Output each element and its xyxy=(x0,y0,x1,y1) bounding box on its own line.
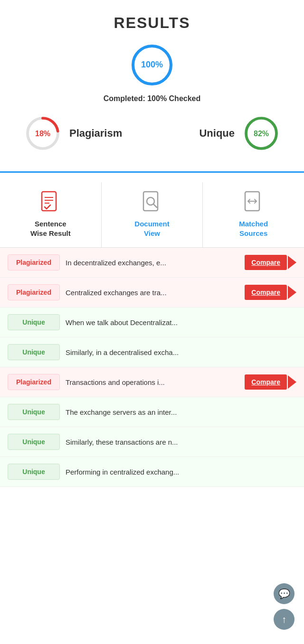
plagiarism-stat: 18% Plagiarism xyxy=(24,114,122,152)
tab-matched-sources[interactable]: MatchedSources xyxy=(203,182,304,247)
plagiarism-percent: 18% xyxy=(35,130,50,138)
tab-row: SentenceWise Result DocumentView Matched… xyxy=(0,182,304,248)
plagiarized-badge: Plagiarized xyxy=(8,254,60,271)
tab-document-view-label: DocumentView xyxy=(134,219,169,238)
unique-percent: 82% xyxy=(254,130,269,138)
compare-button[interactable]: Compare xyxy=(245,374,287,390)
chat-icon: 💬 xyxy=(278,588,290,599)
unique-circle: 82% xyxy=(242,114,280,152)
result-row: Unique The exchange servers as an inter.… xyxy=(0,397,304,427)
plagiarism-circle: 18% xyxy=(24,114,62,152)
result-text: When we talk about Decentralizat... xyxy=(66,318,296,327)
svg-line-12 xyxy=(153,204,157,207)
arrow-right-icon xyxy=(288,286,296,299)
page-title: RESULTS xyxy=(10,14,294,32)
svg-rect-6 xyxy=(42,192,56,211)
tab-document-view[interactable]: DocumentView xyxy=(102,182,203,247)
plagiarized-badge: Plagiarized xyxy=(8,374,60,390)
document-search-icon xyxy=(140,190,164,215)
compare-btn-wrap: Compare xyxy=(245,374,296,390)
results-header: RESULTS 100% Completed: 100% Checked 18%… xyxy=(0,0,304,171)
compare-btn-wrap: Compare xyxy=(245,285,296,300)
chat-fab-button[interactable]: 💬 xyxy=(274,583,294,604)
result-text: Similarly, in a decentralised excha... xyxy=(66,348,296,356)
progress-circle: 100% xyxy=(128,41,176,89)
result-row: Plagiarized Centralized exchanges are tr… xyxy=(0,278,304,308)
document-check-icon xyxy=(38,190,63,215)
result-row: Unique When we talk about Decentralizat.… xyxy=(0,308,304,337)
document-compare-icon xyxy=(241,190,266,215)
stats-row: 18% Plagiarism Unique 82% xyxy=(10,114,294,152)
tab-sentence-wise-label: SentenceWise Result xyxy=(30,219,71,238)
tab-sentence-wise[interactable]: SentenceWise Result xyxy=(0,182,102,247)
result-row: Unique Similarly, these transactions are… xyxy=(0,427,304,457)
result-text: Transactions and operations i... xyxy=(66,378,239,386)
result-row: Unique Performing in centralized exchang… xyxy=(0,457,304,487)
up-arrow-icon: ↑ xyxy=(282,614,286,625)
result-row: Unique Similarly, in a decentralised exc… xyxy=(0,337,304,367)
blue-divider xyxy=(0,171,304,173)
plagiarized-badge: Plagiarized xyxy=(8,284,60,300)
fab-container: 💬 ↑ xyxy=(274,583,294,630)
unique-stat: Unique 82% xyxy=(199,114,280,152)
arrow-right-icon xyxy=(288,375,296,389)
compare-button[interactable]: Compare xyxy=(245,255,287,270)
result-text: Performing in centralized exchang... xyxy=(66,468,296,476)
result-row: Plagiarized Transactions and operations … xyxy=(0,367,304,397)
compare-btn-wrap: Compare xyxy=(245,255,296,270)
arrow-right-icon xyxy=(288,256,296,269)
progress-circle-label: 100% xyxy=(141,60,163,69)
completed-text: Completed: 100% Checked xyxy=(10,94,294,103)
svg-rect-10 xyxy=(143,192,158,211)
progress-circle-container: 100% xyxy=(10,41,294,89)
unique-badge: Unique xyxy=(8,314,60,330)
compare-button[interactable]: Compare xyxy=(245,285,287,300)
result-text: Similarly, these transactions are n... xyxy=(66,438,296,446)
unique-badge: Unique xyxy=(8,434,60,450)
result-text: The exchange servers as an inter... xyxy=(66,408,296,416)
tab-matched-sources-label: MatchedSources xyxy=(239,219,268,238)
result-text: In decentralized exchanges, e... xyxy=(66,259,239,267)
results-list: Plagiarized In decentralized exchanges, … xyxy=(0,248,304,487)
unique-badge: Unique xyxy=(8,344,60,360)
unique-badge: Unique xyxy=(8,464,60,480)
unique-badge: Unique xyxy=(8,404,60,420)
plagiarism-label: Plagiarism xyxy=(69,127,122,140)
result-text: Centralized exchanges are tra... xyxy=(66,289,239,297)
unique-label: Unique xyxy=(199,127,235,140)
scroll-up-fab-button[interactable]: ↑ xyxy=(274,609,294,630)
result-row: Plagiarized In decentralized exchanges, … xyxy=(0,248,304,278)
